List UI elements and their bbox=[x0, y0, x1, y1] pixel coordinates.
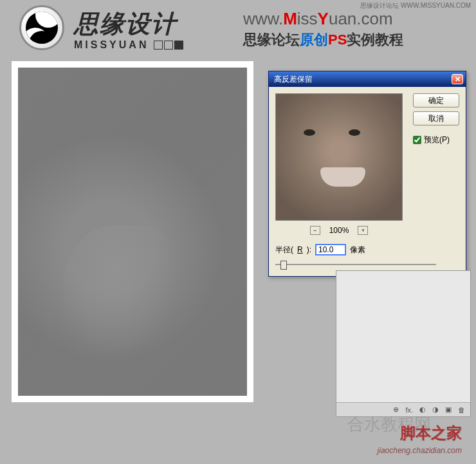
new-layer-icon[interactable]: ▣ bbox=[445, 405, 452, 414]
dialog-buttons: 确定 取消 预览(P) bbox=[413, 93, 459, 145]
fx-icon[interactable]: fx. bbox=[405, 406, 413, 414]
radius-input[interactable] bbox=[315, 244, 346, 255]
close-button[interactable]: ✕ bbox=[452, 74, 463, 84]
url-prefix: www. bbox=[243, 9, 283, 28]
brand-block: 思缘设计 MISSYUAN bbox=[74, 8, 185, 52]
zoom-in-button[interactable]: + bbox=[358, 226, 368, 235]
url-iss: iss bbox=[297, 9, 318, 28]
slider-thumb[interactable] bbox=[280, 261, 287, 270]
layers-panel[interactable]: ⊕ fx. ◐ ◑ ▣ 🗑 bbox=[336, 270, 471, 417]
zoom-out-button[interactable]: − bbox=[310, 226, 320, 235]
brand-chinese: 思缘设计 bbox=[74, 8, 185, 41]
zoom-row: − 100% + bbox=[275, 226, 403, 235]
tagline-p4: 实例教程 bbox=[347, 32, 403, 48]
dialog-titlebar[interactable]: 高反差保留 ✕ bbox=[269, 71, 466, 87]
preview-face-image bbox=[276, 94, 402, 220]
trash-icon[interactable]: 🗑 bbox=[458, 406, 465, 414]
preview-checkbox-row[interactable]: 预览(P) bbox=[413, 135, 459, 145]
url-block: www.MissYuan.com 思缘论坛原创PS实例教程 bbox=[243, 9, 403, 50]
tagline: 思缘论坛原创PS实例教程 bbox=[243, 30, 403, 50]
url-m: M bbox=[283, 9, 297, 28]
preview-checkbox[interactable] bbox=[413, 136, 421, 144]
dialog-title-text: 高反差保留 bbox=[274, 74, 452, 85]
preview-label: 预览(P) bbox=[424, 135, 450, 145]
radius-label-pre: 半径( bbox=[275, 245, 293, 255]
filter-preview[interactable] bbox=[275, 93, 403, 221]
site-url: www.MissYuan.com bbox=[243, 9, 403, 29]
canvas-image bbox=[18, 68, 247, 396]
watermark-main: 脚本之家 bbox=[400, 423, 462, 443]
header: 思缘设计 MISSYUAN www.MissYuan.com 思缘论坛原创PS实… bbox=[0, 0, 476, 53]
radius-row: 半径(R): 像素 bbox=[275, 244, 459, 255]
slider-track bbox=[275, 264, 436, 265]
adjustment-icon[interactable]: ◑ bbox=[432, 405, 439, 414]
document-canvas[interactable] bbox=[12, 61, 253, 402]
tagline-p3: PS bbox=[328, 32, 347, 48]
url-uan: uan.com bbox=[329, 9, 393, 28]
watermark-url: jiaocheng.chazidian.com bbox=[378, 446, 462, 455]
radius-label-u: R bbox=[297, 245, 303, 254]
high-pass-dialog: 高反差保留 ✕ 确定 取消 预览(P) − 100% + 半径(R): 像素 bbox=[268, 71, 466, 277]
zoom-value: 100% bbox=[329, 226, 349, 235]
logo bbox=[19, 5, 64, 50]
cancel-button[interactable]: 取消 bbox=[413, 111, 459, 125]
figure-outline bbox=[64, 225, 190, 373]
radius-unit: 像素 bbox=[350, 245, 365, 255]
tagline-p1: 思缘论坛 bbox=[243, 32, 300, 48]
dialog-body: 确定 取消 预览(P) − 100% + 半径(R): 像素 bbox=[269, 87, 466, 276]
radius-slider[interactable] bbox=[275, 259, 436, 270]
brand-english: MISSYUAN bbox=[74, 39, 149, 51]
tagline-p2: 原创 bbox=[300, 32, 328, 48]
radius-label-post: ): bbox=[307, 245, 311, 254]
ok-button[interactable]: 确定 bbox=[413, 93, 459, 107]
brand-squares-icon bbox=[154, 41, 185, 52]
url-y: Y bbox=[318, 9, 329, 28]
logo-swirl-icon bbox=[26, 12, 58, 44]
